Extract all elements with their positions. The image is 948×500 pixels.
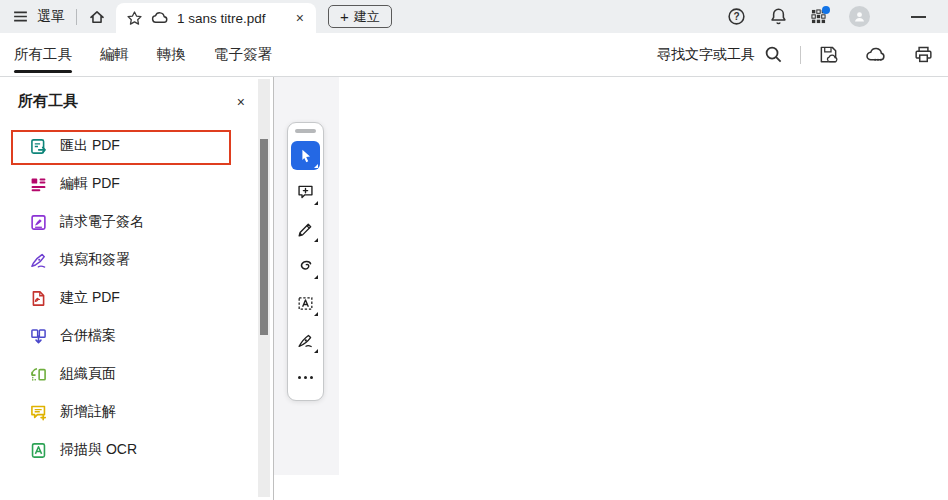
tab-close-icon[interactable]: × bbox=[294, 11, 306, 25]
flyout-indicator bbox=[314, 164, 318, 168]
fill-sign-tool-button[interactable] bbox=[290, 322, 321, 359]
add-comments-icon bbox=[30, 404, 47, 421]
tool-label: 新增註解 bbox=[60, 403, 116, 421]
svg-text:?: ? bbox=[733, 11, 739, 22]
bell-icon bbox=[769, 7, 788, 26]
combine-files-icon bbox=[30, 328, 47, 345]
tab-convert[interactable]: 轉換 bbox=[157, 33, 186, 76]
tool-label: 填寫和簽署 bbox=[60, 251, 130, 269]
flyout-indicator bbox=[314, 312, 318, 316]
create-button[interactable]: + 建立 bbox=[328, 5, 392, 28]
titlebar: 選單 1 sans titre.pdf × + 建立 ? bbox=[0, 0, 948, 33]
search-tools-button[interactable]: 尋找文字或工具 bbox=[657, 45, 783, 64]
tool-label: 匯出 PDF bbox=[60, 137, 120, 155]
tool-item-edit-pdf[interactable]: 編輯 PDF bbox=[0, 165, 273, 203]
panel-scrollbar[interactable] bbox=[258, 79, 270, 497]
home-button[interactable] bbox=[88, 8, 106, 26]
cursor-arrow-icon bbox=[297, 147, 315, 165]
help-icon: ? bbox=[727, 7, 746, 26]
document-tab[interactable]: 1 sans titre.pdf × bbox=[116, 3, 316, 33]
scrollbar-thumb[interactable] bbox=[260, 139, 268, 335]
more-tools-button[interactable] bbox=[290, 359, 321, 396]
export-pdf-icon bbox=[30, 138, 47, 155]
search-icon bbox=[764, 45, 783, 64]
save-button[interactable] bbox=[818, 44, 839, 65]
select-tool-button[interactable] bbox=[290, 137, 321, 174]
cloud-upload-button[interactable] bbox=[865, 44, 887, 66]
panel-close-icon[interactable]: × bbox=[237, 95, 245, 109]
star-icon[interactable] bbox=[126, 10, 143, 27]
fill-sign-icon bbox=[30, 252, 47, 269]
tool-item-add-comments[interactable]: 新增註解 bbox=[0, 393, 273, 431]
apps-button[interactable] bbox=[811, 9, 826, 24]
cloud-upload-icon bbox=[865, 44, 887, 66]
toolbar-actions bbox=[818, 44, 934, 66]
tab-edit[interactable]: 編輯 bbox=[100, 33, 129, 76]
notifications-button[interactable] bbox=[769, 7, 788, 26]
print-button[interactable] bbox=[913, 44, 934, 65]
tool-item-create-pdf[interactable]: 建立 PDF bbox=[0, 279, 273, 317]
tab-esign[interactable]: 電子簽署 bbox=[214, 33, 272, 76]
draw-squiggle-icon bbox=[296, 257, 315, 276]
minimize-button[interactable] bbox=[911, 16, 926, 18]
toolbar-drag-handle[interactable] bbox=[295, 129, 316, 133]
tool-item-organize-pages[interactable]: 組織頁面 bbox=[0, 355, 273, 393]
add-text-tool-button[interactable] bbox=[290, 285, 321, 322]
create-pdf-icon bbox=[30, 290, 47, 307]
person-icon bbox=[852, 9, 867, 24]
search-label: 尋找文字或工具 bbox=[657, 46, 755, 64]
hamburger-icon bbox=[12, 8, 29, 25]
menu-label: 選單 bbox=[37, 8, 65, 26]
cloud-icon bbox=[151, 9, 169, 27]
tool-item-export-pdf[interactable]: 匯出 PDF bbox=[0, 127, 273, 165]
flyout-indicator bbox=[314, 238, 318, 242]
tool-item-scan-ocr[interactable]: 掃描與 OCR bbox=[0, 431, 273, 469]
document-title: 1 sans titre.pdf bbox=[177, 11, 286, 26]
document-area bbox=[274, 77, 948, 500]
toolbar-row: 所有工具 編輯 轉換 電子簽署 尋找文字或工具 bbox=[0, 33, 948, 77]
flyout-indicator bbox=[314, 201, 318, 205]
tool-item-request-signature[interactable]: 請求電子簽名 bbox=[0, 203, 273, 241]
draw-tool-button[interactable] bbox=[290, 248, 321, 285]
add-comment-icon bbox=[296, 183, 315, 202]
notification-dot bbox=[822, 6, 830, 14]
home-icon bbox=[88, 8, 106, 26]
create-label: 建立 bbox=[354, 8, 380, 26]
all-tools-panel: 所有工具 × 匯出 PDF 編輯 PDF 請求電子簽名 填寫和簽署 建 bbox=[0, 77, 274, 500]
help-button[interactable]: ? bbox=[727, 7, 746, 26]
tool-label: 掃描與 OCR bbox=[60, 441, 137, 459]
add-text-icon bbox=[296, 294, 315, 313]
tool-label: 建立 PDF bbox=[60, 289, 120, 307]
tool-item-fill-sign[interactable]: 填寫和簽署 bbox=[0, 241, 273, 279]
highlight-tool-button[interactable] bbox=[290, 211, 321, 248]
plus-icon: + bbox=[340, 9, 349, 24]
tool-label: 組織頁面 bbox=[60, 365, 116, 383]
pdf-page[interactable] bbox=[339, 77, 948, 500]
titlebar-divider bbox=[76, 9, 77, 25]
scan-ocr-icon bbox=[30, 442, 47, 459]
toolbar-right: 尋找文字或工具 bbox=[657, 44, 948, 66]
print-icon bbox=[913, 44, 934, 65]
toolbar-divider bbox=[800, 46, 801, 64]
tab-all-tools[interactable]: 所有工具 bbox=[14, 33, 72, 76]
menu-button[interactable]: 選單 bbox=[12, 8, 65, 26]
highlighter-pencil-icon bbox=[296, 220, 315, 239]
main-area: 所有工具 × 匯出 PDF 編輯 PDF 請求電子簽名 填寫和簽署 建 bbox=[0, 77, 948, 500]
edit-pdf-icon bbox=[30, 176, 47, 193]
account-avatar[interactable] bbox=[849, 6, 870, 27]
select-tool-active-bg bbox=[291, 141, 320, 170]
more-tools-icon bbox=[298, 376, 313, 379]
panel-title: 所有工具 bbox=[18, 92, 78, 111]
tool-list: 匯出 PDF 編輯 PDF 請求電子簽名 填寫和簽署 建立 PDF 合併檔案 bbox=[0, 127, 273, 469]
tool-label: 合併檔案 bbox=[60, 327, 116, 345]
save-icon bbox=[818, 44, 839, 65]
flyout-indicator bbox=[314, 275, 318, 279]
add-comment-tool-button[interactable] bbox=[290, 174, 321, 211]
tool-label: 請求電子簽名 bbox=[60, 213, 144, 231]
sign-pen-icon bbox=[296, 331, 315, 350]
tool-item-combine-files[interactable]: 合併檔案 bbox=[0, 317, 273, 355]
quick-tools-toolbar bbox=[287, 122, 324, 401]
toolbar-tabs: 所有工具 編輯 轉換 電子簽署 bbox=[14, 33, 272, 76]
organize-pages-icon bbox=[30, 366, 47, 383]
request-signature-icon bbox=[30, 214, 47, 231]
